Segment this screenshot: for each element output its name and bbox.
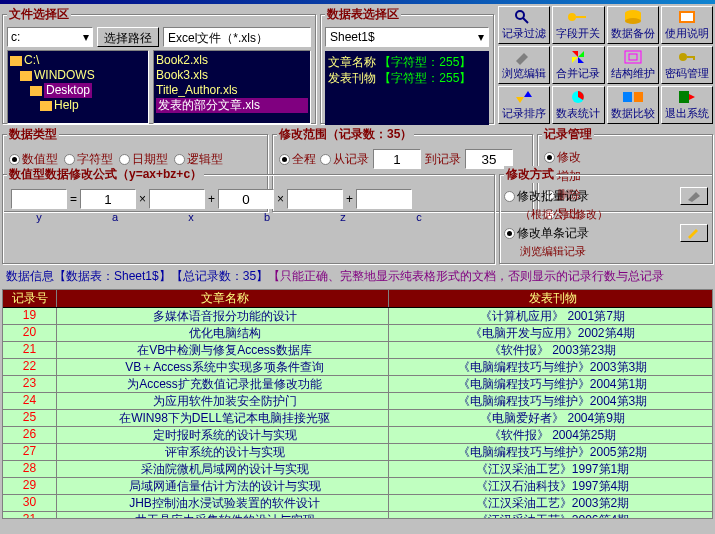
to-label: 到记录 (425, 151, 461, 168)
magnifier-icon (512, 9, 536, 25)
key-icon (566, 9, 590, 25)
field-info: 文章名称 【字符型：255】 发表刊物 【字符型：255】 (325, 51, 489, 125)
browse-edit-button[interactable]: 浏览编辑 (498, 46, 550, 84)
table-row[interactable]: 25在WIN98下为DELL笔记本电脑挂接光驱《电脑爱好者》 2004第9期 (3, 410, 712, 427)
list-item[interactable]: 发表的部分文章.xls (156, 98, 308, 113)
info-bar: 数据信息【数据表：Sheet1$】【总记录数：35】【只能正确、完整地显示纯表格… (2, 266, 713, 287)
table-row[interactable]: 26定时报时系统的设计与实现《软件报》 2004第25期 (3, 427, 712, 444)
b-input[interactable] (218, 189, 274, 209)
pencil-icon (686, 227, 702, 239)
table-row[interactable]: 21在VB中检测与修复Access数据库《软件报》 2003第23期 (3, 342, 712, 359)
folder-icon (20, 71, 32, 81)
wrench-icon (686, 190, 702, 202)
book-icon (675, 9, 699, 25)
sort-button[interactable]: 记录排序 (498, 86, 550, 124)
table-row[interactable]: 24为应用软件加装安全防护门《电脑编程技巧与维护》2004第3期 (3, 393, 712, 410)
folder-icon (30, 86, 42, 96)
file-select-panel: 文件选择区 c:▾ 选择路径 Excel文件（*.xls） C:\ WINDOW… (2, 6, 316, 124)
mgmt-title: 记录管理 (542, 126, 594, 143)
grid-header: 记录号 文章名称 发表刊物 (3, 290, 712, 308)
svg-rect-13 (693, 56, 695, 60)
radio-range[interactable]: 从记录 (320, 151, 369, 168)
modway-title: 修改方式 (504, 166, 556, 183)
structure-button[interactable]: 结构维护 (607, 46, 659, 84)
radio-single-modify[interactable]: 修改单条记录 (504, 225, 589, 242)
batch-modify-note: （根据公式修改） (504, 207, 708, 222)
batch-modify-button[interactable] (680, 187, 708, 205)
merge-records-button[interactable]: 合并记录 (552, 46, 604, 84)
compare-button[interactable]: 数据比较 (607, 86, 659, 124)
field-switch-button[interactable]: 字段开关 (552, 6, 604, 44)
grid-body[interactable]: 19多媒体语音报分功能的设计《计算机应用》 2001第7期20优化电脑结构《电脑… (3, 308, 712, 518)
file-list[interactable]: Book2.xls Book3.xls Title_Author.xls 发表的… (153, 50, 311, 124)
table-row[interactable]: 29局域网通信量估计方法的设计与实现《江汉石油科技》1997第4期 (3, 478, 712, 495)
sort-icon (512, 89, 536, 105)
wrench-icon (512, 49, 536, 65)
svg-rect-10 (629, 54, 637, 60)
c-input[interactable] (356, 189, 412, 209)
a-input[interactable] (80, 189, 136, 209)
formula-title: 数值型数据修改公式（y=ax+bz+c） (7, 166, 204, 183)
svg-rect-3 (576, 16, 586, 18)
datasheet-title: 数据表选择区 (325, 6, 401, 23)
modify-way-panel: 修改方式 修改批量记录 （根据公式修改） 修改单条记录 浏览编辑记录 (499, 166, 713, 264)
single-modify-button[interactable] (680, 224, 708, 242)
svg-point-6 (625, 18, 641, 24)
svg-line-1 (523, 18, 528, 23)
data-type-title: 数据类型 (7, 126, 59, 143)
x-input[interactable] (149, 189, 205, 209)
table-row[interactable]: 28采油院微机局域网的设计与实现《江汉采油工艺》1997第1期 (3, 461, 712, 478)
table-row[interactable]: 23为Access扩充数值记录批量修改功能《电脑编程技巧与维护》2004第1期 (3, 376, 712, 393)
z-input[interactable] (287, 189, 343, 209)
radio-modify[interactable]: 修改 (544, 149, 706, 166)
database-icon (621, 9, 645, 25)
sheet-combo[interactable]: Sheet1$▾ (325, 27, 489, 47)
radio-batch-modify[interactable]: 修改批量记录 (504, 188, 589, 205)
table-row[interactable]: 22VB＋Access系统中实现多项条件查询《电脑编程技巧与维护》2003第3期 (3, 359, 712, 376)
y-input[interactable] (11, 189, 67, 209)
table-row[interactable]: 31井工具应力采集软件的设计与实现《江汉采油工艺》2006第4期 (3, 512, 712, 518)
backup-button[interactable]: 数据备份 (607, 6, 659, 44)
lock-icon (675, 49, 699, 65)
svg-rect-9 (625, 51, 641, 63)
list-item[interactable]: Book2.xls (156, 53, 308, 68)
single-modify-note: 浏览编辑记录 (504, 244, 708, 259)
svg-point-0 (516, 11, 524, 19)
compare-icon (621, 89, 645, 105)
drive-select[interactable]: c:▾ (7, 27, 93, 47)
table-row[interactable]: 27评审系统的设计与实现《电脑编程技巧与维护》2005第2期 (3, 444, 712, 461)
folder-icon (40, 101, 52, 111)
chart-icon (566, 89, 590, 105)
file-select-title: 文件选择区 (7, 6, 71, 23)
formula-panel: 数值型数据修改公式（y=ax+bz+c） = × + × + y a x b z… (2, 166, 495, 264)
select-path-button[interactable]: 选择路径 (97, 27, 159, 47)
target-icon (621, 49, 645, 65)
statistics-button[interactable]: 数表统计 (552, 86, 604, 124)
svg-rect-8 (681, 13, 693, 21)
filter-records-button[interactable]: 记录过滤 (498, 6, 550, 44)
table-row[interactable]: 19多媒体语音报分功能的设计《计算机应用》 2001第7期 (3, 308, 712, 325)
datasheet-select-panel: 数据表选择区 Sheet1$▾ 文章名称 【字符型：255】 发表刊物 【字符型… (320, 6, 494, 124)
svg-rect-15 (623, 92, 632, 102)
help-button[interactable]: 使用说明 (661, 6, 713, 44)
password-button[interactable]: 密码管理 (661, 46, 713, 84)
table-row[interactable]: 30JHB控制油水浸试验装置的软件设计《江汉采油工艺》2003第2期 (3, 495, 712, 512)
list-item[interactable]: Title_Author.xls (156, 83, 308, 98)
toolbar: 记录过滤 字段开关 数据备份 使用说明 浏览编辑 合并记录 结构维护 密码管理 … (498, 6, 713, 124)
pinwheel-icon (566, 49, 590, 65)
table-row[interactable]: 20优化电脑结构《电脑开发与应用》2002第4期 (3, 325, 712, 342)
folder-icon (10, 56, 22, 66)
exit-button[interactable]: 退出系统 (661, 86, 713, 124)
scope-title: 修改范围（记录数：35） (277, 126, 414, 143)
radio-all[interactable]: 全程 (279, 151, 316, 168)
folder-tree[interactable]: C:\ WINDOWS Desktop Help (7, 50, 149, 124)
file-filter-input[interactable]: Excel文件（*.xls） (163, 27, 311, 47)
svg-point-11 (679, 53, 687, 61)
svg-rect-16 (634, 92, 643, 102)
list-item[interactable]: Book3.xls (156, 68, 308, 83)
svg-rect-17 (679, 91, 689, 103)
data-grid: 记录号 文章名称 发表刊物 19多媒体语音报分功能的设计《计算机应用》 2001… (2, 289, 713, 519)
exit-icon (675, 89, 699, 105)
svg-point-2 (568, 13, 576, 21)
